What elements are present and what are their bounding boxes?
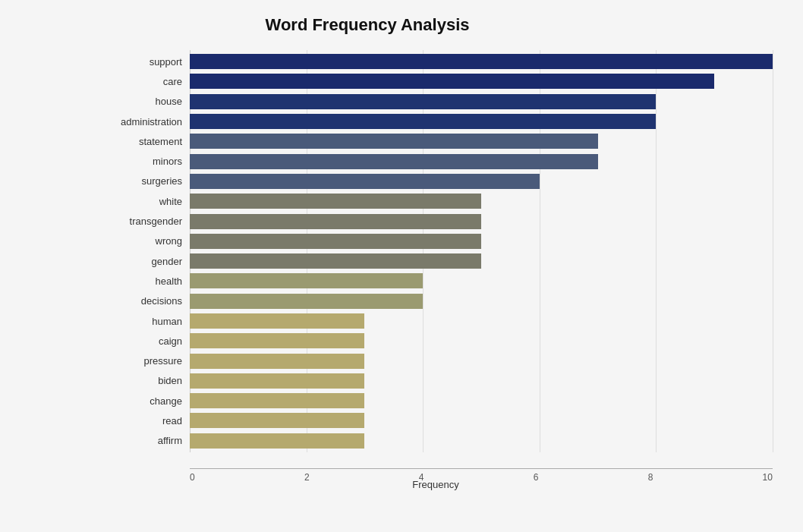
- bar-row: decisions: [99, 293, 773, 310]
- bar-row: gender: [99, 253, 773, 269]
- bar-label: caign: [99, 335, 190, 347]
- bar-label: read: [99, 415, 190, 427]
- bar-row: support: [99, 53, 773, 70]
- bar-row: minors: [99, 153, 773, 170]
- bar-row: read: [99, 412, 773, 429]
- bar-wrapper: [190, 313, 773, 329]
- bar: [190, 114, 656, 129]
- bar-row: caign: [99, 332, 773, 349]
- bar-label: pressure: [99, 355, 190, 367]
- bar-label: minors: [99, 156, 190, 167]
- bar-row: biden: [99, 373, 773, 389]
- bar-wrapper: [190, 393, 773, 408]
- bar-label: affirm: [99, 435, 190, 446]
- bar-label: wrong: [99, 235, 190, 247]
- bar: [190, 214, 481, 229]
- bar-label: surgeries: [99, 175, 190, 187]
- bar-label: care: [99, 76, 190, 87]
- bar: [190, 253, 481, 269]
- x-axis-label: Frequency: [99, 479, 773, 490]
- bar-label: human: [99, 316, 190, 327]
- bar-wrapper: [190, 194, 773, 209]
- bar: [190, 294, 423, 309]
- bar: [190, 393, 364, 408]
- bar-row: change: [99, 392, 773, 409]
- bar-label: health: [99, 275, 190, 287]
- bar-label: gender: [99, 256, 190, 267]
- bar: [190, 94, 656, 109]
- bar-wrapper: [190, 94, 773, 109]
- bar-row: surgeries: [99, 173, 773, 190]
- bar-row: health: [99, 272, 773, 289]
- bar-wrapper: [190, 134, 773, 149]
- bar-row: pressure: [99, 353, 773, 370]
- bar: [190, 373, 364, 389]
- bar-label: white: [99, 196, 190, 207]
- bar-wrapper: [190, 294, 773, 309]
- bar-wrapper: [190, 174, 773, 189]
- bar-wrapper: [190, 333, 773, 348]
- bar-label: decisions: [99, 295, 190, 307]
- bar-wrapper: [190, 413, 773, 428]
- bar-label: support: [99, 56, 190, 68]
- bar: [190, 154, 598, 169]
- bar-label: administration: [99, 116, 190, 127]
- bar-label: house: [99, 96, 190, 107]
- bar: [190, 134, 598, 149]
- bar-row: administration: [99, 113, 773, 130]
- bar-row: transgender: [99, 213, 773, 230]
- bar: [190, 74, 714, 89]
- bar: [190, 234, 481, 249]
- bar-label: transgender: [99, 216, 190, 227]
- bar-wrapper: [190, 253, 773, 269]
- chart-container: Word Frequency Analysis supportcarehouse…: [0, 0, 803, 532]
- bar-row: care: [99, 73, 773, 90]
- bar: [190, 273, 423, 288]
- bar: [190, 333, 364, 348]
- bar-label: biden: [99, 375, 190, 386]
- bar-wrapper: [190, 54, 773, 69]
- bar-wrapper: [190, 273, 773, 288]
- bar-row: affirm: [99, 433, 773, 449]
- bar: [190, 413, 364, 428]
- bar-wrapper: [190, 354, 773, 369]
- bar-row: white: [99, 193, 773, 209]
- bar: [190, 174, 540, 189]
- bar: [190, 194, 481, 209]
- chart-title: Word Frequency Analysis: [30, 15, 704, 35]
- bar-wrapper: [190, 154, 773, 169]
- bar-wrapper: [190, 214, 773, 229]
- bar: [190, 54, 773, 69]
- bar-label: statement: [99, 136, 190, 147]
- bar-wrapper: [190, 234, 773, 249]
- bar-row: statement: [99, 133, 773, 150]
- bar-wrapper: [190, 373, 773, 389]
- bar-wrapper: [190, 114, 773, 129]
- bar: [190, 433, 364, 449]
- bar-row: house: [99, 93, 773, 110]
- bar-label: change: [99, 395, 190, 407]
- bar: [190, 354, 364, 369]
- bar-row: human: [99, 313, 773, 329]
- bar-wrapper: [190, 433, 773, 449]
- bar-row: wrong: [99, 233, 773, 250]
- bar: [190, 313, 364, 329]
- bar-wrapper: [190, 74, 773, 89]
